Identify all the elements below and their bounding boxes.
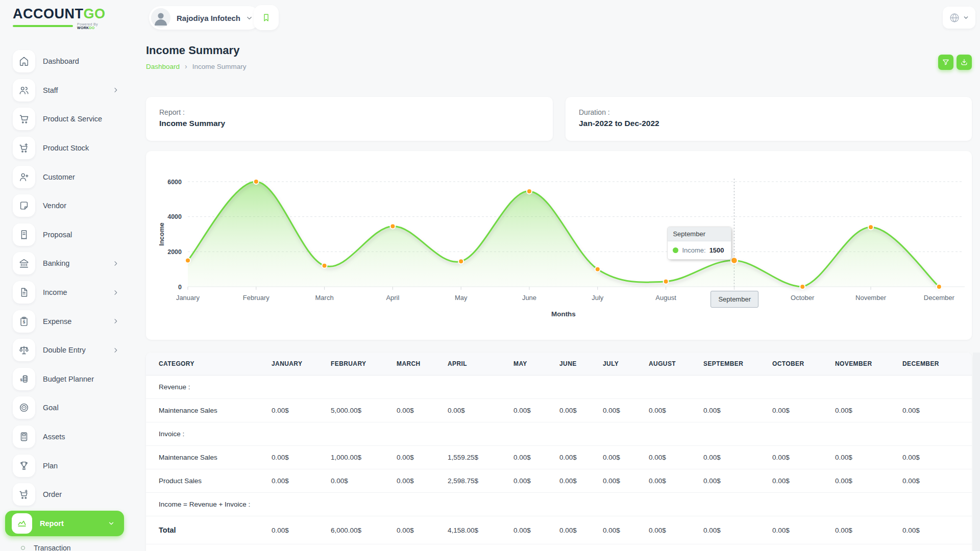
- sidebar-item-assets[interactable]: Assets: [0, 422, 131, 452]
- table-header-row: CATEGORYJANUARYFEBRUARYMARCHAPRILMAYJUNE…: [146, 353, 972, 375]
- bookmark-button[interactable]: [254, 5, 279, 30]
- sidebar-item-proposal[interactable]: Proposal: [0, 220, 131, 249]
- x-tick-label: October: [791, 294, 815, 302]
- category-cell: Maintenance Sales: [146, 446, 272, 469]
- sidebar-item-customer[interactable]: Customer: [0, 162, 131, 191]
- data-point[interactable]: [527, 189, 532, 194]
- tooltip-value: 1500: [709, 246, 724, 254]
- sidebar-item-label: Proposal: [43, 231, 72, 239]
- category-cell: Revenue :: [146, 375, 972, 399]
- data-point[interactable]: [937, 284, 942, 289]
- value-cell: 0.00$: [772, 446, 835, 469]
- chart-icon: [12, 513, 32, 534]
- column-header: JUNE: [559, 353, 603, 375]
- value-cell: 0.00$: [772, 469, 835, 493]
- value-cell: 0.00$: [603, 399, 649, 422]
- value-cell: 0.00$: [772, 516, 835, 544]
- sidebar-item-plan[interactable]: Plan: [0, 451, 131, 480]
- column-header: MAY: [513, 353, 559, 375]
- column-header: MARCH: [397, 353, 448, 375]
- value-cell: 0.00$: [835, 516, 902, 544]
- data-point[interactable]: [390, 224, 395, 229]
- globe-icon: [949, 12, 960, 23]
- sidebar-item-budget-planner[interactable]: $ Budget Planner: [0, 365, 131, 394]
- x-tick-label: February: [243, 294, 270, 302]
- report-card: Report : Income Summary: [146, 97, 553, 141]
- top-header: Rajodiya Infotech: [131, 0, 980, 36]
- x-tick-label: January: [176, 294, 200, 302]
- breadcrumb-current: Income Summary: [192, 63, 247, 70]
- data-point[interactable]: [595, 267, 600, 272]
- sidebar-item-label: Plan: [43, 462, 58, 470]
- chevron-down-icon: [963, 14, 969, 21]
- chevron-right-icon: [112, 87, 119, 93]
- app-logo[interactable]: ACCOUNTGO Powered By WORKDO: [13, 7, 110, 30]
- sidebar-item-expense[interactable]: $ Expense: [0, 307, 131, 336]
- filter-button[interactable]: [938, 55, 953, 70]
- sidebar-item-banking[interactable]: Banking: [0, 249, 131, 278]
- cart-icon: [13, 108, 35, 130]
- trophy-icon: [13, 455, 35, 477]
- data-point[interactable]: [254, 179, 259, 184]
- app-root: ACCOUNTGO Powered By WORKDO Dashboard St…: [0, 0, 980, 551]
- scrollbar-track[interactable]: [973, 353, 980, 551]
- sidebar-item-product-service[interactable]: Product & Service: [0, 105, 131, 134]
- language-selector[interactable]: [943, 7, 975, 29]
- sidebar-item-goal[interactable]: Goal: [0, 393, 131, 422]
- value-cell: 0.00$: [448, 399, 513, 422]
- sidebar-item-staff[interactable]: Staff: [0, 76, 131, 105]
- download-button[interactable]: [957, 55, 972, 70]
- value-cell: 0.00$: [835, 399, 902, 422]
- users-icon: [13, 79, 35, 102]
- value-cell: 1,000.00$: [331, 446, 397, 469]
- data-point[interactable]: [185, 258, 190, 263]
- value-cell: 0.00$: [272, 399, 331, 422]
- x-tick-label: March: [315, 294, 334, 302]
- value-cell: 0.00$: [649, 516, 703, 544]
- data-point[interactable]: [322, 263, 327, 268]
- sidebar-item-product-stock[interactable]: Product Stock: [0, 134, 131, 163]
- sidebar-nav: Dashboard Staff Product & Service Produc…: [0, 47, 131, 551]
- total-row: Total0.00$6,000.00$0.00$4,158.00$0.00$0.…: [146, 516, 972, 544]
- value-cell: 0.00$: [513, 516, 559, 544]
- data-point[interactable]: [731, 257, 738, 264]
- sidebar-item-transaction[interactable]: Transaction: [0, 538, 131, 551]
- value-cell: 1,559.25$: [448, 446, 513, 469]
- y-tick-label: 6000: [167, 179, 182, 186]
- data-point[interactable]: [664, 279, 669, 284]
- chevron-right-icon: [112, 260, 119, 267]
- breadcrumb: Dashboard › Income Summary: [146, 62, 247, 70]
- value-cell: 0.00$: [902, 516, 972, 544]
- file-icon: [13, 281, 35, 304]
- section-row: Revenue :: [146, 375, 972, 399]
- value-cell: 0.00$: [902, 469, 972, 493]
- receipt-icon: [13, 223, 35, 246]
- sidebar-item-double-entry[interactable]: Double Entry: [0, 336, 131, 365]
- x-tick-label: June: [522, 294, 536, 302]
- value-cell: 0.00$: [603, 516, 649, 544]
- sidebar-item-income[interactable]: Income: [0, 278, 131, 307]
- value-cell: 0.00$: [703, 516, 772, 544]
- value-cell: 2,598.75$: [448, 469, 513, 493]
- clipboard-dollar-icon: $: [13, 310, 35, 333]
- sidebar-item-vendor[interactable]: Vendor: [0, 191, 131, 220]
- report-label: Report :: [159, 108, 540, 116]
- value-cell: 0.00$: [772, 399, 835, 422]
- logo-underline: [13, 25, 73, 27]
- income-summary-table: CATEGORYJANUARYFEBRUARYMARCHAPRILMAYJUNE…: [146, 353, 972, 544]
- breadcrumb-dashboard-link[interactable]: Dashboard: [146, 63, 180, 70]
- data-point[interactable]: [458, 259, 463, 264]
- sidebar-item-report[interactable]: Report: [5, 511, 124, 536]
- value-cell: 4,158.00$: [448, 516, 513, 544]
- data-point[interactable]: [868, 224, 873, 230]
- value-cell: 0.00$: [513, 469, 559, 493]
- sidebar-item-label: Double Entry: [43, 346, 86, 354]
- sidebar-item-label: Goal: [43, 404, 59, 412]
- company-selector[interactable]: Rajodiya Infotech: [149, 6, 260, 30]
- sidebar-item-order[interactable]: Order: [0, 480, 131, 509]
- column-header: DECEMBER: [902, 353, 972, 375]
- sidebar-item-dashboard[interactable]: Dashboard: [0, 47, 131, 76]
- chevron-down-icon: [246, 14, 253, 22]
- data-point[interactable]: [800, 284, 805, 289]
- report-value: Income Summary: [159, 119, 540, 128]
